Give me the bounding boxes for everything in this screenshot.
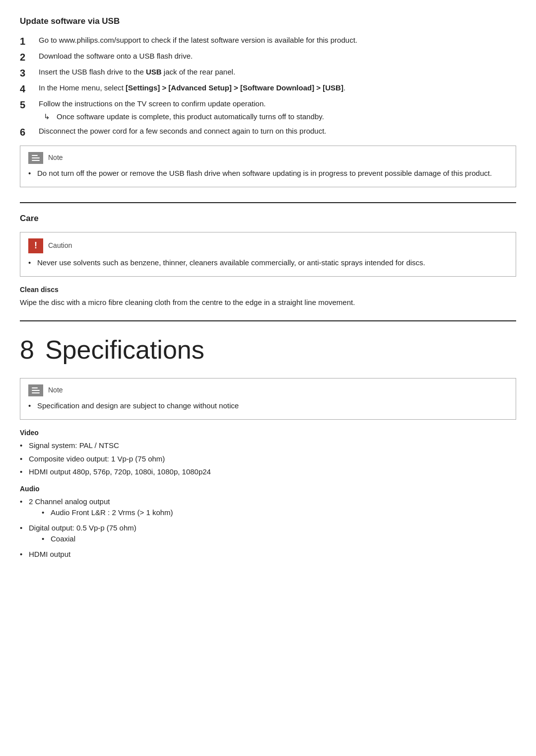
audio-item-1-sub: Audio Front L&R : 2 Vrms (> 1 kohm) <box>42 507 173 519</box>
note-icon-line-1 <box>32 155 38 156</box>
specifications-section: 8 Specifications Note Specification and … <box>20 330 516 560</box>
audio-item-2-sub-list: Coaxial <box>42 533 136 545</box>
specs-note-item: Specification and design are subject to … <box>28 400 508 412</box>
step-2-text: Download the software onto a USB flash d… <box>39 51 516 62</box>
update-note-text: Do not turn off the power or remove the … <box>37 168 492 179</box>
specs-note-icon <box>28 384 43 396</box>
specs-note-list: Specification and design are subject to … <box>28 400 508 412</box>
step-1-num: 1 <box>20 35 39 48</box>
caution-box: ! Caution Never use solvents such as ben… <box>20 232 516 277</box>
specs-note-icon-line-1 <box>32 387 38 388</box>
video-title: Video <box>20 428 516 438</box>
step-6-num: 6 <box>20 126 39 139</box>
divider-specs <box>20 320 516 321</box>
specs-note-label: Note <box>48 385 63 395</box>
video-item-2-text: Composite video output: 1 Vp-p (75 ohm) <box>29 454 165 465</box>
audio-item-2-text: Digital output: 0.5 Vp-p (75 ohm) <box>29 524 136 532</box>
step-5-content: Follow the instructions on the TV screen… <box>39 98 516 123</box>
video-item-3-text: HDMI output 480p, 576p, 720p, 1080i, 108… <box>29 466 211 478</box>
step-4: 4 In the Home menu, select [Settings] > … <box>20 82 516 95</box>
audio-item-2-content: Digital output: 0.5 Vp-p (75 ohm) Coaxia… <box>29 523 136 547</box>
update-note-header: Note <box>28 152 508 164</box>
audio-title: Audio <box>20 484 516 494</box>
audio-item-3-text: HDMI output <box>29 549 70 560</box>
step-2-num: 2 <box>20 51 39 64</box>
audio-item-1-sub-text: Audio Front L&R : 2 Vrms (> 1 kohm) <box>51 507 173 519</box>
video-item-2: Composite video output: 1 Vp-p (75 ohm) <box>20 454 516 465</box>
step-3: 3 Insert the USB flash drive to the USB … <box>20 67 516 79</box>
update-usb-title: Update software via USB <box>20 15 516 28</box>
specs-note-icon-lines <box>32 387 40 393</box>
video-item-1: Signal system: PAL / NTSC <box>20 440 516 452</box>
step-4-num: 4 <box>20 82 39 95</box>
audio-item-1-content: 2 Channel analog output Audio Front L&R … <box>29 496 173 521</box>
update-steps-list: 1 Go to www.philips.com/support to check… <box>20 35 516 139</box>
caution-label: Caution <box>48 240 72 251</box>
audio-item-2-sub: Coaxial <box>42 533 136 545</box>
step-5: 5 Follow the instructions on the TV scre… <box>20 98 516 123</box>
specs-note-header: Note <box>28 384 508 396</box>
divider-care <box>20 202 516 203</box>
specs-note-icon-line-3 <box>32 392 40 393</box>
specifications-title: Specifications <box>45 330 204 369</box>
step-4-text: In the Home menu, select [Settings] > [A… <box>39 82 516 94</box>
audio-item-2: Digital output: 0.5 Vp-p (75 ohm) Coaxia… <box>20 523 516 547</box>
audio-item-1-sub-list: Audio Front L&R : 2 Vrms (> 1 kohm) <box>42 507 173 519</box>
note-icon <box>28 152 43 164</box>
clean-discs-title: Clean discs <box>20 285 516 295</box>
video-item-3: HDMI output 480p, 576p, 720p, 1080i, 108… <box>20 466 516 478</box>
step-3-bold: USB <box>146 68 162 76</box>
step-6-text: Disconnect the power cord for a few seco… <box>39 126 516 137</box>
caution-icon: ! <box>28 238 43 253</box>
note-icon-lines <box>32 155 40 161</box>
update-note-list: Do not turn off the power or remove the … <box>28 168 508 179</box>
step-5-sub-text: Once software update is complete, this p… <box>57 111 324 123</box>
step-3-num: 3 <box>20 67 39 79</box>
step-4-bold: [Settings] > [Advanced Setup] > [Softwar… <box>126 83 343 92</box>
arrow-icon: ↳ <box>44 111 55 123</box>
video-list: Signal system: PAL / NTSC Composite vide… <box>20 440 516 478</box>
clean-discs-text: Wipe the disc with a micro fibre cleanin… <box>20 297 516 308</box>
step-1: 1 Go to www.philips.com/support to check… <box>20 35 516 48</box>
chapter-number: 8 <box>20 330 34 369</box>
update-note-item: Do not turn off the power or remove the … <box>28 168 508 179</box>
update-note-label: Note <box>48 152 63 163</box>
update-note-box: Note Do not turn off the power or remove… <box>20 146 516 188</box>
audio-item-3: HDMI output <box>20 549 516 560</box>
audio-list: 2 Channel analog output Audio Front L&R … <box>20 496 516 560</box>
caution-item: Never use solvents such as benzene, thin… <box>28 257 508 269</box>
update-usb-section: Update software via USB 1 Go to www.phil… <box>20 15 516 187</box>
step-1-text: Go to www.philips.com/support to check i… <box>39 35 516 46</box>
step-3-text: Insert the USB flash drive to the USB ja… <box>39 67 516 78</box>
caution-header: ! Caution <box>28 238 508 253</box>
step-2: 2 Download the software onto a USB flash… <box>20 51 516 64</box>
step-5-sub: ↳ Once software update is complete, this… <box>44 111 516 123</box>
step-6: 6 Disconnect the power cord for a few se… <box>20 126 516 139</box>
audio-item-2-sub-text: Coaxial <box>51 533 75 545</box>
note-icon-line-3 <box>32 160 40 161</box>
step-5-num: 5 <box>20 98 39 111</box>
care-title: Care <box>20 212 516 225</box>
audio-item-1-text: 2 Channel analog output <box>29 497 110 506</box>
note-icon-line-2 <box>32 157 40 158</box>
video-item-1-text: Signal system: PAL / NTSC <box>29 440 119 452</box>
step-5-text: Follow the instructions on the TV screen… <box>39 99 266 108</box>
specs-note-icon-line-2 <box>32 390 40 391</box>
specs-note-text: Specification and design are subject to … <box>37 400 239 412</box>
specifications-heading: 8 Specifications <box>20 330 516 369</box>
audio-item-1: 2 Channel analog output Audio Front L&R … <box>20 496 516 521</box>
caution-text: Never use solvents such as benzene, thin… <box>37 257 425 269</box>
specs-note-box: Note Specification and design are subjec… <box>20 378 516 420</box>
care-section: Care ! Caution Never use solvents such a… <box>20 212 516 308</box>
caution-list: Never use solvents such as benzene, thin… <box>28 257 508 269</box>
